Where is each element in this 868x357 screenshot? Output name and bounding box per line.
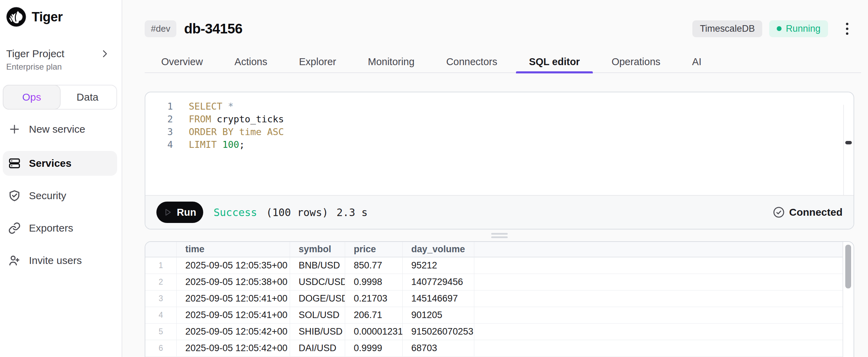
sidebar-item-label: Invite users <box>29 255 82 266</box>
table-scrollbar-thumb[interactable] <box>845 245 851 288</box>
cell-day_volume: 145146697 <box>403 290 474 307</box>
page-header: #dev db-34156 TimescaleDB Running <box>145 17 854 41</box>
table-row[interactable]: 52025-09-05 12:05:42+00SHIB/USD0.0000123… <box>145 324 843 340</box>
cell-price: 0.21703 <box>345 290 403 307</box>
cell-symbol: USDC/USD <box>290 274 345 290</box>
brand-name: Tiger <box>32 10 63 24</box>
cell-filler <box>474 324 843 340</box>
sidebar-item-label: Services <box>29 157 71 169</box>
result-duration: 2.3 s <box>337 206 368 218</box>
tab-monitoring[interactable]: Monitoring <box>368 51 414 73</box>
editor-scrollbar[interactable] <box>843 105 854 196</box>
status-badge: Running <box>769 20 828 37</box>
code-text: FROM crypto_ticks <box>189 113 284 125</box>
table-row[interactable]: 42025-09-05 12:05:41+00SOL/USD206.719012… <box>145 307 843 324</box>
new-service-button[interactable]: New service <box>3 118 117 141</box>
env-badge: #dev <box>145 20 176 37</box>
project-switcher[interactable]: Tiger Project <box>6 47 112 61</box>
run-button[interactable]: Run <box>156 202 203 223</box>
row-number: 5 <box>145 324 177 340</box>
column-header-row-number <box>145 242 177 257</box>
cell-price: 0.9999 <box>345 340 403 356</box>
sidebar-item-exporters[interactable]: Exporters <box>3 216 117 241</box>
cell-symbol: SOL/USD <box>290 307 345 323</box>
line-number: 1 <box>145 100 173 113</box>
user-plus-icon <box>8 254 21 267</box>
sidebar-nav: ServicesSecurityExportersInvite users <box>3 151 117 280</box>
status-label: Running <box>786 23 820 34</box>
cell-filler <box>474 257 843 274</box>
cell-filler <box>474 307 843 323</box>
code-text: ORDER BY time ASC <box>189 125 284 138</box>
tab-bar: OverviewActionsExplorerMonitoringConnect… <box>145 51 861 73</box>
table-row[interactable]: 32025-09-05 12:05:41+00DOGE/USD0.2170314… <box>145 290 843 307</box>
row-number: 3 <box>145 290 177 307</box>
cell-filler <box>474 290 843 307</box>
chevron-right-icon <box>98 47 112 61</box>
tab-explorer[interactable]: Explorer <box>299 51 336 73</box>
editor-scrollbar-thumb[interactable] <box>845 141 852 144</box>
play-icon <box>163 208 172 217</box>
connection-label: Connected <box>789 206 843 218</box>
cell-day_volume: 901205 <box>403 307 474 323</box>
brand[interactable]: Tiger <box>6 7 63 27</box>
sidebar-item-invite-users[interactable]: Invite users <box>3 248 117 273</box>
tab-ai[interactable]: AI <box>692 51 701 73</box>
code-line: 2FROM crypto_ticks <box>145 113 854 125</box>
row-number: 2 <box>145 274 177 290</box>
sql-code-editor[interactable]: 1SELECT *2FROM crypto_ticks3ORDER BY tim… <box>145 92 854 196</box>
tab-actions[interactable]: Actions <box>235 51 267 73</box>
tiger-logo-icon <box>6 7 26 27</box>
table-row[interactable]: 62025-09-05 12:05:42+00DAI/USD0.99996870… <box>145 340 843 357</box>
run-label: Run <box>177 207 196 218</box>
cell-time: 2025-09-05 12:05:41+00 <box>177 307 290 323</box>
kebab-menu-icon[interactable] <box>840 19 854 39</box>
cell-time: 2025-09-05 12:05:42+00 <box>177 340 290 356</box>
table-scrollbar[interactable] <box>843 242 854 357</box>
cell-time: 2025-09-05 12:05:38+00 <box>177 274 290 290</box>
cell-filler <box>474 340 843 356</box>
code-line: 3ORDER BY time ASC <box>145 125 854 138</box>
row-number: 4 <box>145 307 177 323</box>
line-number: 4 <box>145 138 173 151</box>
resize-handle[interactable] <box>491 233 508 240</box>
new-service-label: New service <box>29 123 85 135</box>
table-header-row: timesymbolpriceday_volume <box>145 242 843 257</box>
ops-data-toggle: Ops Data <box>3 85 117 110</box>
query-result-summary: Success (100 rows) 2.3 s <box>214 206 368 218</box>
toggle-data-label: Data <box>76 91 98 103</box>
cell-symbol: SHIB/USD <box>290 324 345 340</box>
cell-symbol: DAI/USD <box>290 340 345 356</box>
cell-day_volume: 1407729456 <box>403 274 474 290</box>
editor-status-bar: Run Success (100 rows) 2.3 s Connected <box>145 195 854 229</box>
sidebar-item-security[interactable]: Security <box>3 183 117 208</box>
check-circle-icon <box>773 206 785 218</box>
product-badge: TimescaleDB <box>692 20 763 37</box>
cell-day_volume: 95212 <box>403 257 474 274</box>
tab-connectors[interactable]: Connectors <box>446 51 497 73</box>
project-plan: Enterprise plan <box>6 62 62 72</box>
sidebar-item-label: Security <box>29 190 66 202</box>
cell-price: 206.71 <box>345 307 403 323</box>
code-line: 1SELECT * <box>145 100 854 113</box>
tab-operations[interactable]: Operations <box>611 51 660 73</box>
plus-icon <box>8 122 21 136</box>
column-header-day_volume: day_volume <box>403 242 474 257</box>
result-status: Success <box>214 206 257 218</box>
column-header-price: price <box>345 242 403 257</box>
table-row[interactable]: 22025-09-05 12:05:38+00USDC/USD0.9998140… <box>145 274 843 290</box>
cell-symbol: BNB/USD <box>290 257 345 274</box>
toggle-option-ops[interactable]: Ops <box>3 85 61 110</box>
results-table-body: timesymbolpriceday_volume12025-09-05 12:… <box>145 242 843 357</box>
row-number: 6 <box>145 340 177 356</box>
cell-price: 0.9998 <box>345 274 403 290</box>
cell-time: 2025-09-05 12:05:42+00 <box>177 324 290 340</box>
tab-overview[interactable]: Overview <box>161 51 203 73</box>
line-number: 2 <box>145 113 173 125</box>
line-number: 3 <box>145 125 173 138</box>
toggle-option-data[interactable]: Data <box>59 85 116 109</box>
tab-sql-editor[interactable]: SQL editor <box>529 51 580 73</box>
table-row[interactable]: 12025-09-05 12:05:35+00BNB/USD850.779521… <box>145 257 843 274</box>
code-line: 4LIMIT 100; <box>145 138 854 151</box>
sidebar-item-services[interactable]: Services <box>3 151 117 176</box>
